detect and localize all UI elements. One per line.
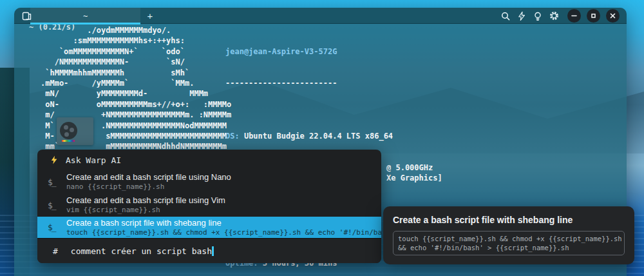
minimize-button[interactable] — [567, 9, 581, 23]
detail-command-box: touch {{script_name}}.sh && chmod +x {{s… — [393, 231, 625, 255]
close-button[interactable] — [606, 9, 620, 23]
lightning-bolt-icon — [50, 155, 58, 164]
ask-warp-ai-row[interactable]: Ask Warp AI — [37, 150, 381, 170]
shell-prompt-icon: $_ — [48, 201, 61, 210]
suggestion-title: Create and edit a bash script file using… — [66, 195, 225, 206]
tips-button[interactable] — [533, 11, 543, 21]
command-input[interactable]: # comment créer un script bash — [37, 238, 381, 263]
maximize-button[interactable] — [587, 9, 600, 23]
suggestion-command: nano {{script_name}}.sh — [66, 182, 231, 192]
shell-prompt-icon: $_ — [48, 177, 61, 187]
suggestion-item[interactable]: $_ Create and edit a bash script file us… — [37, 170, 381, 193]
minimize-icon — [571, 13, 577, 19]
logo-thumbnail — [57, 117, 93, 145]
ask-warp-ai-label: Ask Warp AI — [66, 155, 121, 165]
suggestion-title: Create and edit a bash script file using… — [66, 172, 231, 182]
lightning-icon — [518, 12, 526, 21]
search-button[interactable] — [500, 11, 511, 21]
shell-prompt-icon: $_ — [48, 222, 61, 232]
suggestion-command: vim {{script_name}}.sh — [66, 206, 225, 215]
suggestion-item[interactable]: $_ Create and edit a bash script file us… — [37, 193, 381, 217]
suggestion-item[interactable]: $_ Create a bash script file with sheban… — [37, 217, 381, 238]
neofetch-info-line: OS: Ubuntu Budgie 22.04.4 LTS x86_64 — [225, 131, 439, 141]
rainbow-strip — [62, 140, 75, 142]
gear-icon — [549, 11, 559, 21]
input-prompt-hash: # — [53, 246, 58, 256]
input-text: comment créer un script bash — [71, 246, 212, 256]
new-tab-button[interactable]: + — [142, 8, 158, 24]
suggestion-detail-panel: Create a bash script file with shebang l… — [383, 206, 634, 264]
neofetch-cpu-fragment: @ 5.000GHz — [386, 163, 433, 173]
budgie-logo-icon — [60, 122, 77, 139]
maximize-icon — [591, 13, 596, 19]
suggestion-command: touch {{script_name}}.sh && chmod +x {{s… — [66, 228, 381, 237]
suggestion-title: Create a bash script file with shebang l… — [66, 218, 381, 228]
neofetch-user-host: jean@jean-Aspire-V3-572G — [225, 46, 439, 57]
search-icon — [501, 12, 510, 21]
tab-title: ~ — [83, 12, 88, 21]
ai-button[interactable] — [516, 11, 527, 21]
tab-home[interactable]: ~ — [30, 8, 140, 24]
tab-bar: ~ + — [14, 8, 627, 24]
neofetch-separator: ------------------------ — [225, 78, 439, 88]
settings-button[interactable] — [549, 11, 559, 21]
terminal-window: ~ (0.21/s) ~ + — [14, 8, 627, 276]
close-icon — [610, 13, 616, 19]
neofetch-gpu-fragment: Xe Graphics] — [386, 173, 442, 183]
lightbulb-icon — [534, 12, 542, 21]
ai-suggestions-panel: Ask Warp AI $_ Create and edit a bash sc… — [37, 150, 381, 263]
text-cursor — [212, 246, 214, 256]
detail-title: Create a bash script file with shebang l… — [393, 215, 625, 225]
